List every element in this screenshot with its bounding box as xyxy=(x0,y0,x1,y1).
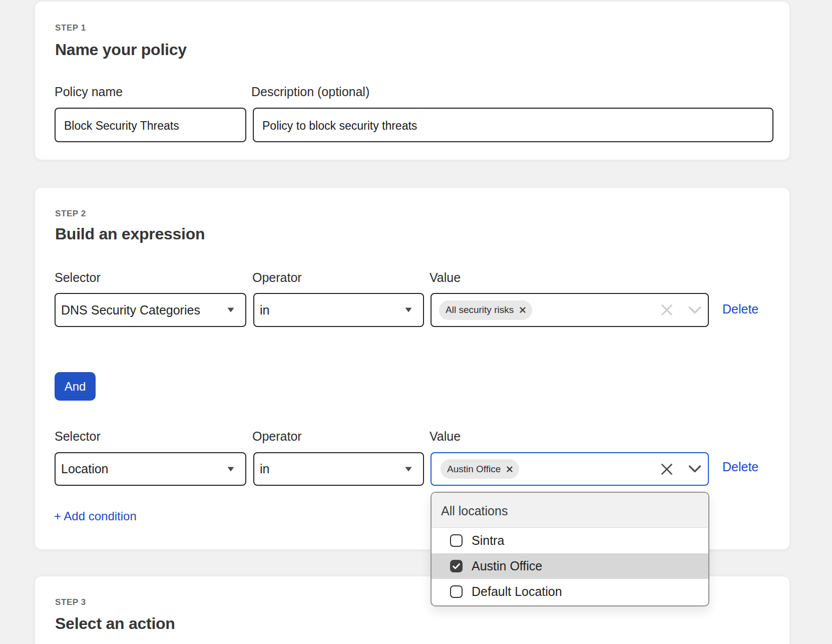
value-label-row2: Value xyxy=(430,429,461,444)
select-caret-icon xyxy=(405,307,412,312)
operator-select-row1-value: in xyxy=(260,303,269,317)
value-multiselect-row2[interactable]: Austin Office xyxy=(431,452,709,486)
clear-value-icon[interactable] xyxy=(661,304,673,316)
operator-label-row1: Operator xyxy=(252,270,302,285)
multiselect-icons-row2 xyxy=(661,463,701,475)
clear-value-icon[interactable] xyxy=(661,463,673,475)
operator-select-row2[interactable]: in xyxy=(253,452,424,486)
policy-name-label: Policy name xyxy=(55,85,123,99)
step1-card: STEP 1 Name your policy Policy name Desc… xyxy=(35,1,790,160)
and-button[interactable]: And xyxy=(55,372,96,401)
step2-label: STEP 2 xyxy=(55,209,86,219)
value-tag-row2-text: Austin Office xyxy=(447,464,501,475)
dropdown-option-label: Default Location xyxy=(472,584,562,599)
tag-remove-icon[interactable] xyxy=(507,466,513,472)
value-multiselect-row1[interactable]: All security risks xyxy=(431,293,709,327)
step1-heading: Name your policy xyxy=(55,41,187,59)
tag-remove-icon[interactable] xyxy=(520,307,526,313)
step3-heading: Select an action xyxy=(55,614,175,633)
value-tag-row1: All security risks xyxy=(439,300,532,320)
select-caret-icon xyxy=(227,307,234,312)
selector-select-row1-value: DNS Security Categories xyxy=(61,303,200,317)
description-input[interactable] xyxy=(253,108,773,142)
open-dropdown-chevron-icon[interactable] xyxy=(688,306,701,314)
value-tag-row1-text: All security risks xyxy=(446,304,514,315)
value-tag-row2: Austin Office xyxy=(441,459,519,479)
dropdown-group-header: All locations xyxy=(432,493,708,528)
selector-select-row2-value: Location xyxy=(61,462,109,476)
select-caret-icon xyxy=(227,467,234,472)
selector-select-row2[interactable]: Location xyxy=(55,452,246,486)
add-condition-link[interactable]: + Add condition xyxy=(54,509,137,523)
policy-name-input[interactable] xyxy=(55,108,246,142)
locations-dropdown: All locations Sintra Austin Office Defau… xyxy=(431,492,709,606)
selector-label-row2: Selector xyxy=(55,429,101,444)
dropdown-option-austin-office[interactable]: Austin Office xyxy=(432,553,708,579)
step3-label: STEP 3 xyxy=(55,597,86,607)
step1-label: STEP 1 xyxy=(55,23,86,33)
dropdown-option-default-location[interactable]: Default Location xyxy=(432,579,708,604)
dropdown-option-label: Sintra xyxy=(472,533,504,548)
delete-row1-link[interactable]: Delete xyxy=(722,302,758,316)
dropdown-option-label: Austin Office xyxy=(472,559,542,573)
operator-select-row1[interactable]: in xyxy=(253,293,424,327)
operator-select-row2-value: in xyxy=(260,462,269,476)
operator-label-row2: Operator xyxy=(252,429,302,444)
selector-select-row1[interactable]: DNS Security Categories xyxy=(55,293,246,327)
open-dropdown-chevron-icon[interactable] xyxy=(688,465,701,473)
select-caret-icon xyxy=(405,467,412,472)
multiselect-icons-row1 xyxy=(661,304,701,316)
checkbox-checked-icon[interactable] xyxy=(450,560,463,572)
gateway-policy-builder-page: STEP 1 Name your policy Policy name Desc… xyxy=(0,0,832,644)
description-label: Description (optional) xyxy=(251,85,369,99)
selector-label-row1: Selector xyxy=(55,270,101,285)
dropdown-option-sintra[interactable]: Sintra xyxy=(432,528,708,553)
checkbox-unchecked-icon[interactable] xyxy=(450,585,463,598)
value-label-row1: Value xyxy=(430,270,461,285)
checkbox-unchecked-icon[interactable] xyxy=(450,534,463,547)
delete-row2-link[interactable]: Delete xyxy=(722,460,758,474)
step2-heading: Build an expression xyxy=(55,225,205,243)
